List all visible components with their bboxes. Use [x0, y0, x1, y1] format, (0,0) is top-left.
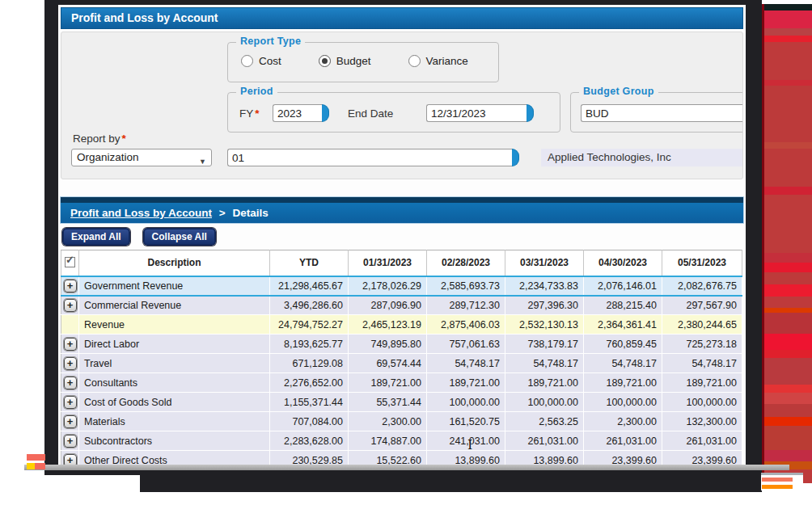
side-stripe: [764, 28, 812, 36]
cell-value: 757,061.63: [427, 335, 505, 354]
cell-value: 707,084.00: [270, 412, 349, 431]
radio-option-label: Cost: [259, 55, 281, 67]
side-stripe: [764, 313, 812, 334]
expand-cell: +: [61, 373, 79, 393]
cell-value: 189,721.00: [584, 373, 662, 393]
cell-value: 738,179.17: [505, 335, 584, 354]
table-row[interactable]: +Subcontractors2,283,628.00174,887.00241…: [61, 431, 742, 451]
column-header[interactable]: YTD: [270, 250, 349, 276]
cell-value: 1,155,371.44: [270, 393, 349, 412]
cell-value: 2,082,676.75: [662, 276, 742, 296]
cell-value: 100,000.00: [584, 393, 662, 412]
report-type-legend: Report Type: [236, 36, 305, 47]
cell-value: 54,748.17: [505, 354, 584, 373]
app-window: Profit and Loss by Account Report Type C…: [58, 5, 746, 465]
breadcrumb: Profit and Loss by Account > Details: [61, 203, 743, 223]
cell-value: 13,899.60: [427, 451, 505, 466]
radio-icon[interactable]: [241, 55, 253, 67]
expand-button[interactable]: +: [64, 377, 77, 389]
org-name-display: Applied Technologies, Inc: [541, 149, 743, 166]
row-description: Materials: [79, 412, 270, 431]
breadcrumb-parent-link[interactable]: Profit and Loss by Account: [70, 207, 212, 219]
cell-value: 2,076,146.01: [584, 276, 662, 296]
org-id-field-group: [227, 149, 519, 166]
grid-toolbar: Expand All Collapse All: [62, 228, 216, 246]
cell-value: 2,465,123.19: [349, 315, 427, 335]
end-date-field-group: [426, 104, 534, 122]
expand-cell: +: [61, 296, 79, 315]
cell-value: 13,899.60: [505, 451, 584, 466]
cell-value: 132,300.00: [662, 412, 742, 431]
expand-button[interactable]: +: [64, 435, 77, 448]
breadcrumb-bar: Profit and Loss by Account > Details: [60, 196, 744, 224]
end-date-input[interactable]: [426, 104, 527, 122]
org-lookup-cap-icon[interactable]: [512, 149, 519, 166]
table-row[interactable]: +Consultants2,276,652.00189,721.00189,72…: [61, 373, 742, 393]
cell-value: 189,721.00: [662, 373, 742, 393]
expand-all-button[interactable]: Expand All: [62, 228, 130, 246]
column-header[interactable]: 04/30/2023: [584, 250, 662, 276]
column-header[interactable]: 05/31/2023: [662, 250, 742, 276]
row-description: Travel: [79, 354, 270, 373]
org-id-input[interactable]: [227, 149, 512, 166]
report-by-selected-value: Organization: [77, 151, 139, 163]
background-logo-fragment-left: [27, 454, 46, 470]
budget-group-legend: Budget Group: [579, 86, 658, 97]
table-row[interactable]: +Cost of Goods Sold1,155,371.4455,371.44…: [61, 393, 742, 412]
expand-button[interactable]: +: [64, 415, 77, 428]
fy-input[interactable]: [273, 104, 322, 122]
expand-button[interactable]: +: [64, 454, 77, 466]
column-header[interactable]: 01/31/2023: [349, 250, 427, 276]
report-type-fieldset: Report Type CostBudgetVariance: [227, 42, 499, 82]
cell-value: 55,371.44: [349, 393, 427, 412]
column-header[interactable]: 02/28/2023: [427, 250, 505, 276]
screenshot-stage: Profit and Loss by Account Report Type C…: [0, 0, 812, 505]
expand-button[interactable]: +: [64, 280, 77, 292]
expand-cell: +: [61, 354, 79, 373]
cell-value: 760,859.45: [584, 335, 662, 354]
report-by-dropdown[interactable]: Organization ▼: [71, 149, 212, 166]
expand-button[interactable]: +: [64, 357, 77, 370]
period-fieldset: Period FY* End Date: [227, 92, 560, 133]
period-legend: Period: [236, 86, 277, 97]
table-row[interactable]: +Commercial Revenue3,496,286.60287,096.9…: [61, 296, 742, 315]
cell-value: 8,193,625.77: [270, 335, 349, 354]
breadcrumb-separator: >: [219, 207, 226, 219]
table-row[interactable]: +Government Revenue21,298,465.672,178,02…: [61, 276, 742, 296]
collapse-all-button[interactable]: Collapse All: [143, 228, 216, 246]
expand-button[interactable]: +: [64, 396, 77, 409]
cell-value: 189,721.00: [427, 373, 505, 393]
cell-value: 2,178,026.29: [349, 276, 427, 296]
checkbox-checked-icon[interactable]: ✓: [65, 257, 75, 267]
side-stripe: [764, 42, 812, 80]
table-row[interactable]: +Direct Labor8,193,625.77749,895.80757,0…: [61, 335, 742, 354]
cell-value: 749,895.80: [349, 335, 427, 354]
table-row[interactable]: +Materials707,084.002,300.00161,520.752,…: [61, 412, 742, 431]
radio-icon[interactable]: [319, 55, 331, 67]
cell-value: 2,585,693.73: [427, 276, 505, 296]
cell-value: 100,000.00: [505, 393, 584, 412]
expand-cell: +: [61, 431, 79, 451]
end-date-label: End Date: [348, 107, 393, 120]
table-row[interactable]: +Travel671,129.0869,574.4454,748.1754,74…: [61, 354, 742, 373]
cell-value: 2,276,652.00: [270, 373, 349, 393]
cell-value: 161,520.75: [427, 412, 505, 431]
side-stripe: [764, 350, 812, 358]
expand-button[interactable]: +: [64, 299, 77, 312]
expand-button[interactable]: +: [64, 338, 77, 351]
report-type-option-cost[interactable]: Cost: [241, 55, 281, 67]
select-all-header-cell[interactable]: ✓: [61, 250, 79, 276]
radio-icon[interactable]: [408, 55, 421, 67]
table-row[interactable]: Revenue24,794,752.272,465,123.192,875,40…: [61, 315, 742, 335]
budget-group-input[interactable]: [581, 104, 743, 122]
fy-lookup-cap-icon[interactable]: [322, 104, 329, 122]
table-row[interactable]: +Other Direct Costs230,529.8515,522.6013…: [61, 451, 742, 466]
column-header[interactable]: Description: [79, 250, 270, 276]
report-type-option-budget[interactable]: Budget: [319, 55, 371, 67]
side-stripe: [764, 334, 812, 350]
end-date-lookup-cap-icon[interactable]: [527, 104, 534, 122]
column-header[interactable]: 03/31/2023: [505, 250, 584, 276]
budget-group-field-group: [581, 104, 743, 122]
report-type-option-variance[interactable]: Variance: [408, 55, 468, 67]
background-logo-fragment-right: [761, 473, 803, 490]
